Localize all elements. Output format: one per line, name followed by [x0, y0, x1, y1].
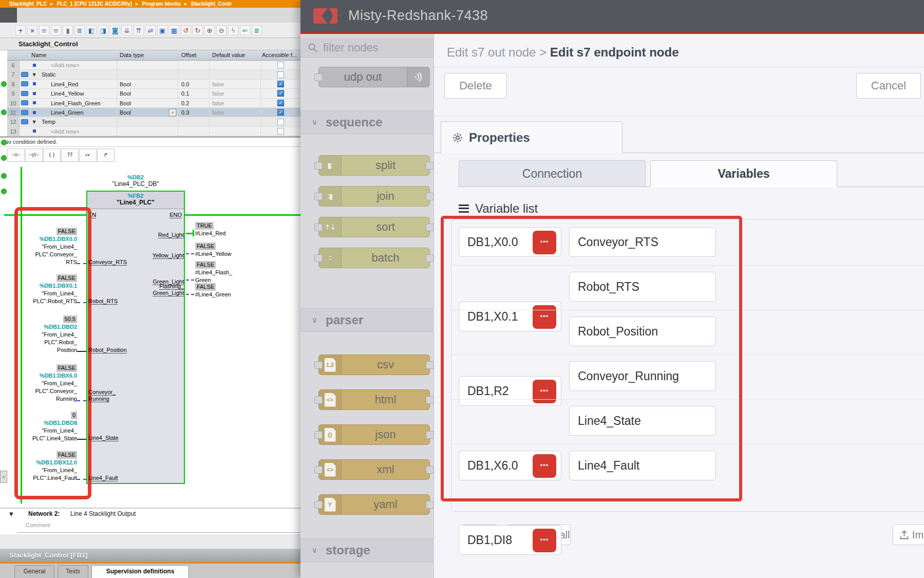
accessible-checkbox[interactable]: ✓	[277, 100, 284, 106]
accessible-checkbox[interactable]: ✓	[277, 90, 284, 97]
node-output-port[interactable]	[426, 223, 434, 231]
reload-start-values-icon[interactable]: ↻	[193, 25, 203, 35]
footer-tab-texts[interactable]: Texts	[58, 565, 88, 578]
breadcrumb-segment[interactable]: PLC_1 [CPU 1212C AC/DC/Rly]	[57, 1, 132, 7]
insert-row-icon[interactable]: +	[15, 25, 26, 35]
import-button[interactable]: Imp	[893, 525, 924, 545]
node-output-port[interactable]	[426, 162, 434, 170]
cancel-button[interactable]: Cancel	[856, 73, 921, 99]
node-output-port[interactable]	[426, 466, 434, 474]
footer-tab-general[interactable]: General	[14, 565, 54, 578]
palette-search[interactable]: filter nodes	[300, 38, 434, 58]
monitor-all-icon[interactable]: ≣	[252, 25, 262, 35]
group-expander-icon[interactable]: ▼	[32, 120, 35, 124]
accessible-checkbox[interactable]	[277, 119, 284, 125]
split-horizontal-icon[interactable]: ◧	[86, 25, 97, 35]
fbd-input-operand[interactable]: 0%DB1.DBD8"From_Line4_PLC".Line4_State	[9, 412, 77, 442]
node-input-port[interactable]	[314, 223, 323, 231]
variable-address-input[interactable]: DB1,DI8•••	[459, 525, 561, 555]
accessible-checkbox[interactable]	[277, 71, 284, 78]
palette-section-parser[interactable]: ∨parser	[300, 308, 434, 332]
monitor-block-icon[interactable]: ▣	[157, 25, 167, 35]
sync-declarations-icon[interactable]: ⇄	[145, 25, 156, 35]
palette-section-storage[interactable]: ∨storage	[300, 538, 434, 562]
node-output-port[interactable]	[426, 396, 434, 404]
fbd-input-operand[interactable]: FALSE%DB1.DBX0.0"From_Line4_PLC".Conveyo…	[9, 228, 77, 266]
add-row-below-icon[interactable]: ≡	[51, 25, 61, 35]
node-input-port[interactable]	[314, 396, 323, 404]
palette-node-udp-out[interactable]: udp out	[318, 67, 430, 87]
node-input-port[interactable]	[314, 431, 323, 439]
close-branch-icon[interactable]: ↱	[97, 148, 115, 162]
table-row[interactable]: 11Line4_GreenBool≡0.3false✓	[7, 108, 300, 117]
table-row[interactable]: 6<Add new>	[7, 61, 300, 70]
node-input-port[interactable]	[314, 73, 323, 81]
data-type-picker-button[interactable]: ≡	[169, 109, 176, 116]
group-expander-icon[interactable]: ▼	[32, 72, 35, 77]
node-input-port[interactable]	[314, 466, 323, 474]
normally-closed-contact-icon[interactable]: ⊣/⊢	[25, 148, 43, 162]
tab-properties[interactable]: Properties	[441, 121, 623, 153]
breadcrumb-parent[interactable]: Edit s7 out node	[447, 45, 536, 59]
node-input-port[interactable]	[314, 162, 323, 170]
split-vertical-icon[interactable]: ◨	[98, 25, 108, 35]
empty-box-icon[interactable]: ??	[61, 148, 79, 162]
breadcrumb-segment[interactable]: Stacklight_Contr	[191, 1, 232, 7]
fbd-input-operand[interactable]: 50.5%DB1.DBD2"From_Line4_PLC".Robot_Posi…	[9, 315, 77, 354]
breadcrumb-segment[interactable]: Program blocks	[142, 1, 181, 7]
fbd-output-operand[interactable]: FALSE#Line4_Yellow	[195, 243, 272, 258]
node-output-port[interactable]	[426, 361, 434, 369]
comment-icon[interactable]: ◙	[110, 25, 120, 35]
node-output-port[interactable]	[426, 431, 434, 439]
node-input-port[interactable]	[314, 501, 323, 509]
table-row[interactable]: 10Line4_Flash_GreenBool0.2false✓	[7, 99, 300, 108]
delete-button[interactable]: Delete	[444, 73, 507, 99]
keep-actual-values-icon[interactable]: ▮	[63, 25, 73, 35]
load-snapshot-icon[interactable]: ⊕	[204, 25, 215, 35]
palette-node-sort[interactable]: ↑↓sort	[318, 217, 430, 237]
fbd-input-operand[interactable]: FALSE%DB1.DBX6.0"From_Line4_PLC".Conveyo…	[9, 364, 77, 403]
palette-node-csv[interactable]: 1,2csv	[318, 355, 430, 375]
palette-node-xml[interactable]: <>xml	[318, 459, 430, 480]
table-row[interactable]: 12▼Temp	[7, 117, 300, 126]
expand-all-icon[interactable]: ≣	[74, 25, 85, 35]
node-input-port[interactable]	[314, 361, 323, 369]
table-row[interactable]: 7▼Static	[7, 70, 300, 79]
snapshot-icon[interactable]: ▩	[169, 25, 179, 35]
normally-open-contact-icon[interactable]: ⊣⊢	[7, 148, 25, 162]
delete-row-icon[interactable]: ×	[27, 25, 37, 35]
breadcrumb-segment[interactable]: Stacklight_PLC	[9, 1, 47, 7]
tab-variables[interactable]: Variables	[650, 160, 837, 187]
accessible-checkbox[interactable]: ✓	[277, 109, 284, 116]
fbd-input-operand[interactable]: FALSE%DB1.DBX0.1"From_Line4_PLC".Robot_R…	[9, 274, 77, 305]
instance-db-label[interactable]: %DB2 "Line4_PLC_DB"	[86, 174, 185, 188]
fbd-output-operand[interactable]: FALSE#Line4_Flash_Green	[195, 261, 272, 284]
network-comment[interactable]: Comment	[26, 522, 50, 528]
accessible-checkbox[interactable]: ✓	[277, 81, 284, 87]
node-input-port[interactable]	[314, 254, 323, 262]
footer-tab-supervision-definitions[interactable]: Supervision definitions	[91, 565, 189, 578]
palette-node-join[interactable]: ∶▮join	[318, 186, 430, 207]
clear-snapshot-icon[interactable]: ⊖	[216, 25, 227, 35]
add-row-above-icon[interactable]: ≡	[39, 25, 49, 35]
fbd-input-operand[interactable]: FALSE%DB1.DBX12.0"From_Line4_PLC".Line4_…	[9, 451, 77, 482]
table-row[interactable]: 8Line4_RedBool0.0false✓	[7, 80, 300, 89]
upload-declarations-icon[interactable]: ⇈	[134, 25, 144, 35]
open-branch-icon[interactable]: ↦	[79, 148, 97, 162]
palette-node-batch[interactable]: ∶∶batch	[318, 248, 430, 268]
go-online-icon[interactable]: ⇐	[240, 25, 250, 35]
fbd-output-operand[interactable]: TRUE#Line4_Red	[195, 222, 272, 237]
reset-start-values-icon[interactable]: ↺	[181, 25, 191, 35]
node-output-port[interactable]	[426, 501, 434, 509]
table-row[interactable]: 9Line4_YellowBool0.1false✓	[7, 89, 300, 98]
node-output-port[interactable]	[426, 254, 434, 262]
palette-section-sequence[interactable]: ∨sequence	[300, 110, 434, 134]
palette-node-split[interactable]: ▮∶split	[318, 155, 430, 176]
node-input-port[interactable]	[314, 193, 323, 200]
fbd-output-operand[interactable]: FALSE#Line4_Green	[195, 283, 272, 299]
compile-icon[interactable]: ϟ	[228, 25, 238, 35]
download-declarations-icon[interactable]: ⇊	[122, 25, 132, 35]
coil-icon[interactable]: ( )	[43, 148, 61, 162]
palette-node-json[interactable]: {}json	[318, 424, 430, 445]
address-picker-button[interactable]: •••	[533, 529, 556, 552]
